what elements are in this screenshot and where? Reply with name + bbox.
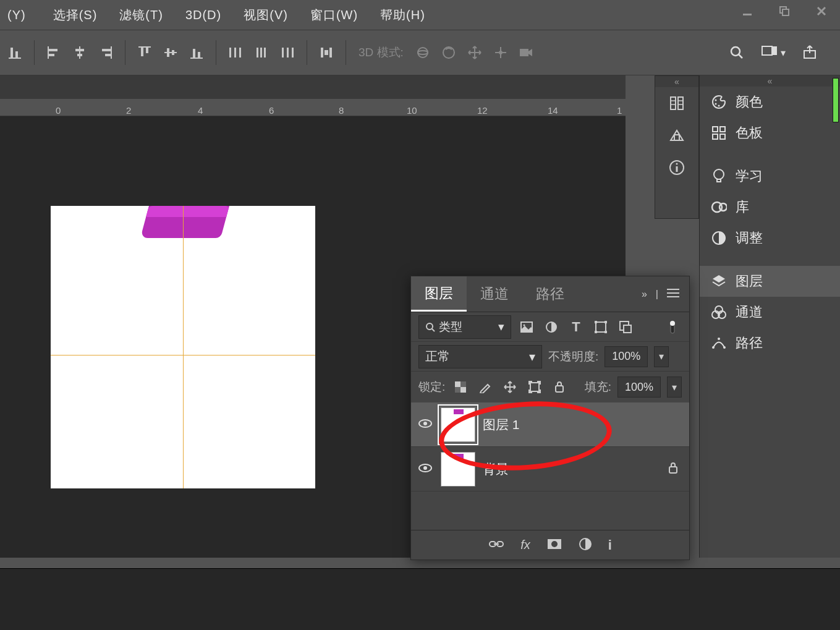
lock-icon[interactable] (664, 462, 682, 477)
pan3d-icon[interactable] (463, 41, 486, 64)
menu-item-select[interactable]: 选择(S) (46, 7, 105, 23)
svg-rect-80 (605, 331, 607, 333)
svg-rect-85 (455, 381, 460, 387)
align-vcenter-icon[interactable] (159, 41, 182, 64)
tab-paths[interactable]: 路径 (522, 276, 578, 312)
maximize-button[interactable] (766, 0, 803, 22)
panel-tab-adjustments[interactable]: 调整 (700, 223, 840, 253)
panel-tab-channels[interactable]: 通道 (700, 297, 840, 328)
add-mask-icon[interactable] (546, 538, 562, 553)
strip-collapse-button[interactable]: « (655, 76, 698, 87)
filter-type-select[interactable]: 类型 ▾ (418, 315, 511, 339)
orbit3d-icon[interactable] (411, 41, 435, 64)
align-bottom2-icon[interactable] (185, 41, 208, 64)
tab-layers[interactable]: 图层 (411, 276, 467, 312)
filter-text-icon[interactable]: T (567, 318, 585, 336)
share-icon[interactable] (798, 41, 821, 64)
distribute-h-icon[interactable] (224, 41, 247, 64)
svg-rect-45 (671, 97, 676, 109)
more-icon[interactable]: i (608, 537, 612, 553)
dock-collapse-button[interactable]: « (700, 75, 840, 87)
search-icon[interactable] (725, 41, 749, 64)
panel-label: 色板 (736, 124, 763, 142)
camera3d-icon[interactable] (515, 41, 538, 64)
panel-tab-learn[interactable]: 学习 (700, 161, 840, 192)
menu-item-window[interactable]: 窗口(W) (303, 7, 365, 23)
panel-tab-layers[interactable]: 图层 (700, 266, 840, 297)
svg-rect-6 (48, 46, 49, 59)
link-layers-icon[interactable] (488, 539, 504, 551)
panel-tab-color[interactable]: 颜色 (700, 87, 840, 117)
distribute-hc-icon[interactable] (250, 41, 273, 64)
screenmode-icon[interactable]: ▾ (756, 41, 791, 64)
layer-name[interactable]: 背景 (483, 461, 509, 478)
svg-rect-89 (530, 383, 539, 391)
layer-name[interactable]: 图层 1 (483, 416, 520, 433)
opacity-dropdown[interactable]: ▾ (654, 346, 669, 367)
align-bottom-icon[interactable] (3, 41, 27, 64)
separator (216, 40, 216, 65)
horizontal-guide[interactable] (51, 355, 315, 355)
distribute-hr-icon[interactable] (276, 41, 299, 64)
info-icon[interactable] (655, 151, 698, 184)
opacity-field[interactable]: 100% (605, 346, 648, 367)
lock-artboard-icon[interactable] (525, 378, 544, 396)
panel-tab-paths[interactable]: 路径 (700, 328, 840, 359)
layer-thumbnail[interactable] (441, 452, 475, 487)
panel-tab-libraries[interactable]: 库 (700, 192, 840, 223)
menu-item-view[interactable]: 视图(V) (236, 7, 295, 23)
svg-rect-20 (172, 50, 174, 55)
roll3d-icon[interactable] (437, 41, 460, 64)
history-icon[interactable] (655, 87, 698, 119)
close-button[interactable] (803, 0, 840, 22)
filter-adjust-icon[interactable] (542, 318, 561, 336)
vertical-guide[interactable] (183, 206, 184, 488)
blend-mode-select[interactable]: 正常 ▾ (418, 345, 542, 368)
slide3d-icon[interactable] (489, 41, 512, 64)
lock-pixels-icon[interactable] (476, 378, 494, 396)
menu-item-help[interactable]: 帮助(H) (373, 7, 433, 23)
filter-pixel-icon[interactable] (517, 318, 536, 336)
canvas[interactable] (51, 206, 315, 488)
filter-smart-icon[interactable] (616, 318, 635, 336)
align-right-icon[interactable] (94, 41, 117, 64)
swatches-icon (711, 125, 727, 141)
menu-item-filter[interactable]: 滤镜(T) (112, 7, 171, 23)
layer-row[interactable]: 图层 1 (411, 402, 689, 447)
chevron-down-icon: ▾ (498, 320, 504, 334)
tab-strip[interactable] (0, 75, 626, 99)
lock-position-icon[interactable] (501, 378, 519, 396)
align-left-icon[interactable] (42, 41, 66, 64)
lock-transparency-icon[interactable] (451, 378, 470, 396)
mode3d-label: 3D 模式: (358, 45, 404, 61)
layer-fx-button[interactable]: fx (520, 538, 530, 552)
adjustment-layer-icon[interactable] (579, 537, 592, 553)
filter-toggle[interactable] (663, 318, 682, 336)
properties-icon[interactable] (655, 119, 698, 151)
horizontal-ruler[interactable]: 0 2 4 6 8 10 12 14 1 (0, 99, 626, 116)
lock-all-icon[interactable] (550, 378, 569, 396)
menu-item-3d[interactable]: 3D(D) (178, 8, 229, 22)
visibility-toggle[interactable] (418, 463, 433, 475)
panel-menu-button[interactable] (667, 288, 679, 300)
layer-row[interactable]: 背景 (411, 447, 689, 492)
panel-expand-button[interactable]: » (642, 289, 647, 300)
layer-thumbnail[interactable] (441, 407, 475, 442)
svg-point-37 (418, 51, 428, 54)
visibility-toggle[interactable] (418, 419, 433, 431)
tab-channels[interactable]: 通道 (467, 276, 522, 312)
svg-rect-11 (77, 54, 82, 56)
panel-tab-swatches[interactable]: 色板 (700, 117, 840, 148)
svg-rect-14 (105, 54, 111, 56)
align-hcenter-icon[interactable] (68, 41, 91, 64)
menu-item-y[interactable]: (Y) (0, 8, 33, 22)
fill-field[interactable]: 100% (617, 377, 661, 398)
minimize-button[interactable] (729, 0, 766, 22)
filter-shape-icon[interactable] (592, 318, 610, 336)
distribute-spacing-icon[interactable] (315, 41, 338, 64)
align-top-icon[interactable] (133, 41, 156, 64)
purple-shape[interactable] (140, 206, 229, 238)
adjust-icon (711, 230, 727, 246)
svg-rect-21 (190, 57, 203, 59)
fill-dropdown[interactable]: ▾ (667, 377, 682, 398)
